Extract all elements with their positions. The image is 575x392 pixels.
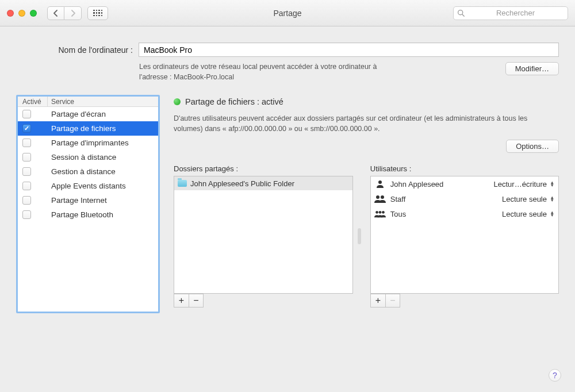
service-label: Partage de fichiers bbox=[48, 124, 158, 133]
stepper-icon: ▴▾ bbox=[549, 181, 555, 187]
minimize-window-button[interactable] bbox=[18, 10, 25, 17]
svg-point-5 bbox=[375, 211, 378, 214]
titlebar: Partage Rechercher bbox=[0, 0, 575, 26]
permission-select[interactable]: Lectur…écriture▴▾ bbox=[494, 180, 555, 189]
window-controls bbox=[7, 10, 37, 17]
permission-value: Lecture seule bbox=[502, 195, 547, 203]
computer-name-label: Nom de l'ordinateur : bbox=[16, 45, 133, 55]
svg-point-6 bbox=[378, 211, 381, 214]
service-row[interactable]: Partage de fichiers bbox=[18, 121, 158, 136]
service-row[interactable]: Partage d'imprimantes bbox=[18, 136, 158, 150]
service-row[interactable]: Partage Internet bbox=[18, 193, 158, 207]
service-enable-checkbox[interactable] bbox=[22, 210, 31, 219]
shared-folder-item[interactable]: John Appleseed's Public Folder bbox=[174, 176, 352, 190]
service-enable-checkbox[interactable] bbox=[22, 196, 31, 205]
services-header-service: Service bbox=[48, 98, 158, 106]
shared-folders-column: Dossiers partagés : John Appleseed's Pub… bbox=[174, 164, 353, 308]
window-title: Partage bbox=[273, 9, 301, 18]
user-item[interactable]: John AppleseedLectur…écriture▴▾ bbox=[371, 176, 558, 191]
service-label: Partage Bluetooth bbox=[48, 210, 158, 219]
chevron-left-icon bbox=[53, 10, 59, 17]
services-list[interactable]: Activé Service Partage d'écranPartage de… bbox=[16, 95, 160, 313]
user-name-label: Tous bbox=[390, 210, 497, 218]
zoom-window-button[interactable] bbox=[30, 10, 37, 17]
users-list[interactable]: John AppleseedLectur…écriture▴▾StaffLect… bbox=[370, 176, 559, 294]
search-placeholder: Rechercher bbox=[467, 9, 564, 17]
service-label: Gestion à distance bbox=[48, 167, 158, 176]
user-icon bbox=[374, 179, 386, 189]
service-enable-checkbox[interactable] bbox=[22, 124, 31, 133]
permission-select[interactable]: Lecture seule▴▾ bbox=[502, 210, 555, 218]
svg-point-4 bbox=[381, 195, 384, 199]
svg-point-2 bbox=[378, 180, 382, 184]
remove-folder-button[interactable]: − bbox=[189, 294, 204, 308]
stepper-icon: ▴▾ bbox=[549, 211, 555, 217]
add-user-button[interactable]: + bbox=[370, 294, 385, 308]
apps-grid-icon bbox=[93, 10, 102, 17]
status-title: Partage de fichiers : activé bbox=[185, 97, 283, 106]
options-button[interactable]: Options… bbox=[506, 140, 559, 153]
services-header: Activé Service bbox=[18, 97, 158, 107]
search-input[interactable]: Rechercher bbox=[453, 6, 568, 20]
show-all-prefs-button[interactable] bbox=[87, 6, 108, 20]
users-column: Utilisateurs : John AppleseedLectur…écri… bbox=[370, 164, 559, 308]
service-enable-checkbox[interactable] bbox=[22, 139, 31, 147]
chevron-right-icon bbox=[70, 10, 76, 17]
service-enable-checkbox[interactable] bbox=[22, 182, 31, 190]
search-icon bbox=[457, 9, 465, 17]
svg-line-1 bbox=[462, 14, 464, 16]
status-description: D'autres utilisateurs peuvent accéder au… bbox=[174, 113, 542, 134]
service-label: Partage Internet bbox=[48, 196, 158, 205]
users-title: Utilisateurs : bbox=[370, 164, 559, 173]
computer-name-input[interactable] bbox=[139, 43, 559, 57]
svg-point-3 bbox=[376, 195, 379, 199]
computer-name-section: Nom de l'ordinateur : Les ordinateurs de… bbox=[0, 26, 575, 95]
services-header-active: Activé bbox=[18, 97, 48, 106]
user-icon bbox=[374, 209, 386, 218]
permission-value: Lecture seule bbox=[502, 210, 547, 218]
column-resize-handle[interactable] bbox=[358, 228, 361, 244]
help-button[interactable]: ? bbox=[549, 369, 561, 382]
main-pane: Activé Service Partage d'écranPartage de… bbox=[0, 95, 575, 324]
service-row[interactable]: Partage d'écran bbox=[18, 107, 158, 121]
back-button[interactable] bbox=[47, 6, 64, 20]
shared-folders-title: Dossiers partagés : bbox=[174, 164, 353, 173]
shared-folders-add-remove: + − bbox=[174, 294, 353, 308]
status-line: Partage de fichiers : activé bbox=[174, 97, 559, 106]
service-enable-checkbox[interactable] bbox=[22, 110, 31, 118]
service-label: Apple Events distants bbox=[48, 182, 158, 190]
user-name-label: John Appleseed bbox=[390, 180, 489, 189]
status-indicator-icon bbox=[174, 98, 181, 105]
nav-buttons bbox=[47, 6, 82, 20]
user-item[interactable]: StaffLecture seule▴▾ bbox=[371, 191, 558, 206]
service-enable-checkbox[interactable] bbox=[22, 167, 31, 176]
add-folder-button[interactable]: + bbox=[174, 294, 189, 308]
edit-hostname-button[interactable]: Modifier… bbox=[505, 62, 559, 75]
service-label: Partage d'imprimantes bbox=[48, 139, 158, 147]
service-row[interactable]: Session à distance bbox=[18, 150, 158, 164]
shared-folders-list[interactable]: John Appleseed's Public Folder bbox=[174, 176, 353, 294]
user-icon bbox=[374, 194, 386, 203]
permission-select[interactable]: Lecture seule▴▾ bbox=[502, 195, 555, 203]
close-window-button[interactable] bbox=[7, 10, 14, 17]
service-detail: Partage de fichiers : activé D'autres ut… bbox=[174, 95, 559, 313]
folder-label: John Appleseed's Public Folder bbox=[190, 179, 294, 188]
stepper-icon: ▴▾ bbox=[549, 196, 555, 202]
permission-value: Lectur…écriture bbox=[494, 180, 547, 189]
service-row[interactable]: Partage Bluetooth bbox=[18, 207, 158, 222]
user-name-label: Staff bbox=[390, 195, 497, 203]
svg-point-7 bbox=[382, 211, 385, 214]
service-label: Session à distance bbox=[48, 153, 158, 162]
service-enable-checkbox[interactable] bbox=[22, 153, 31, 162]
service-row[interactable]: Gestion à distance bbox=[18, 164, 158, 179]
folder-icon bbox=[178, 180, 187, 187]
service-label: Partage d'écran bbox=[48, 110, 158, 118]
remove-user-button[interactable]: − bbox=[385, 294, 400, 308]
forward-button[interactable] bbox=[64, 6, 82, 20]
users-add-remove: + − bbox=[370, 294, 559, 308]
computer-address-text: Les ordinateurs de votre réseau local pe… bbox=[139, 62, 392, 82]
service-row[interactable]: Apple Events distants bbox=[18, 179, 158, 193]
user-item[interactable]: TousLecture seule▴▾ bbox=[371, 206, 558, 221]
